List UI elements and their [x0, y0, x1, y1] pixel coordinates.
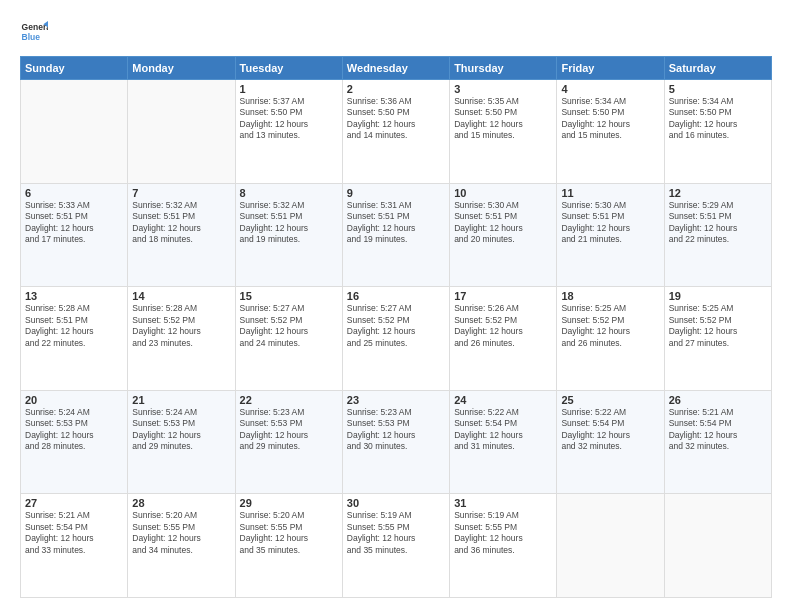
day-number: 8 [240, 187, 338, 199]
calendar-cell: 11Sunrise: 5:30 AMSunset: 5:51 PMDayligh… [557, 183, 664, 287]
calendar-cell: 13Sunrise: 5:28 AMSunset: 5:51 PMDayligh… [21, 287, 128, 391]
calendar-cell: 19Sunrise: 5:25 AMSunset: 5:52 PMDayligh… [664, 287, 771, 391]
calendar-day-header: Saturday [664, 57, 771, 80]
day-info: Sunrise: 5:22 AMSunset: 5:54 PMDaylight:… [454, 407, 552, 453]
calendar-week-row: 1Sunrise: 5:37 AMSunset: 5:50 PMDaylight… [21, 80, 772, 184]
day-number: 22 [240, 394, 338, 406]
day-info: Sunrise: 5:33 AMSunset: 5:51 PMDaylight:… [25, 200, 123, 246]
day-number: 7 [132, 187, 230, 199]
day-number: 13 [25, 290, 123, 302]
day-info: Sunrise: 5:23 AMSunset: 5:53 PMDaylight:… [347, 407, 445, 453]
calendar-cell: 28Sunrise: 5:20 AMSunset: 5:55 PMDayligh… [128, 494, 235, 598]
day-info: Sunrise: 5:32 AMSunset: 5:51 PMDaylight:… [240, 200, 338, 246]
day-info: Sunrise: 5:30 AMSunset: 5:51 PMDaylight:… [561, 200, 659, 246]
calendar-cell: 23Sunrise: 5:23 AMSunset: 5:53 PMDayligh… [342, 390, 449, 494]
day-info: Sunrise: 5:27 AMSunset: 5:52 PMDaylight:… [347, 303, 445, 349]
day-number: 3 [454, 83, 552, 95]
calendar-cell [21, 80, 128, 184]
calendar-cell: 31Sunrise: 5:19 AMSunset: 5:55 PMDayligh… [450, 494, 557, 598]
day-info: Sunrise: 5:37 AMSunset: 5:50 PMDaylight:… [240, 96, 338, 142]
calendar-cell: 27Sunrise: 5:21 AMSunset: 5:54 PMDayligh… [21, 494, 128, 598]
calendar-cell: 21Sunrise: 5:24 AMSunset: 5:53 PMDayligh… [128, 390, 235, 494]
header: General Blue [20, 18, 772, 46]
page: General Blue SundayMondayTuesdayWednesda… [0, 0, 792, 612]
calendar-cell: 9Sunrise: 5:31 AMSunset: 5:51 PMDaylight… [342, 183, 449, 287]
day-number: 23 [347, 394, 445, 406]
day-number: 26 [669, 394, 767, 406]
calendar-table: SundayMondayTuesdayWednesdayThursdayFrid… [20, 56, 772, 598]
logo-icon: General Blue [20, 18, 48, 46]
calendar-cell: 2Sunrise: 5:36 AMSunset: 5:50 PMDaylight… [342, 80, 449, 184]
day-info: Sunrise: 5:29 AMSunset: 5:51 PMDaylight:… [669, 200, 767, 246]
day-info: Sunrise: 5:22 AMSunset: 5:54 PMDaylight:… [561, 407, 659, 453]
calendar-week-row: 20Sunrise: 5:24 AMSunset: 5:53 PMDayligh… [21, 390, 772, 494]
calendar-cell: 17Sunrise: 5:26 AMSunset: 5:52 PMDayligh… [450, 287, 557, 391]
day-info: Sunrise: 5:35 AMSunset: 5:50 PMDaylight:… [454, 96, 552, 142]
day-number: 31 [454, 497, 552, 509]
day-number: 4 [561, 83, 659, 95]
day-number: 29 [240, 497, 338, 509]
day-number: 16 [347, 290, 445, 302]
day-number: 20 [25, 394, 123, 406]
day-number: 1 [240, 83, 338, 95]
day-number: 9 [347, 187, 445, 199]
calendar-day-header: Sunday [21, 57, 128, 80]
calendar-cell: 20Sunrise: 5:24 AMSunset: 5:53 PMDayligh… [21, 390, 128, 494]
day-number: 30 [347, 497, 445, 509]
calendar-cell: 5Sunrise: 5:34 AMSunset: 5:50 PMDaylight… [664, 80, 771, 184]
day-info: Sunrise: 5:20 AMSunset: 5:55 PMDaylight:… [132, 510, 230, 556]
calendar-cell [664, 494, 771, 598]
day-number: 24 [454, 394, 552, 406]
day-info: Sunrise: 5:19 AMSunset: 5:55 PMDaylight:… [454, 510, 552, 556]
day-number: 2 [347, 83, 445, 95]
day-number: 28 [132, 497, 230, 509]
logo: General Blue [20, 18, 48, 46]
calendar-cell: 4Sunrise: 5:34 AMSunset: 5:50 PMDaylight… [557, 80, 664, 184]
day-info: Sunrise: 5:25 AMSunset: 5:52 PMDaylight:… [669, 303, 767, 349]
day-number: 25 [561, 394, 659, 406]
day-info: Sunrise: 5:25 AMSunset: 5:52 PMDaylight:… [561, 303, 659, 349]
day-info: Sunrise: 5:30 AMSunset: 5:51 PMDaylight:… [454, 200, 552, 246]
day-info: Sunrise: 5:34 AMSunset: 5:50 PMDaylight:… [561, 96, 659, 142]
day-info: Sunrise: 5:21 AMSunset: 5:54 PMDaylight:… [669, 407, 767, 453]
day-number: 17 [454, 290, 552, 302]
calendar-cell: 25Sunrise: 5:22 AMSunset: 5:54 PMDayligh… [557, 390, 664, 494]
calendar-header-row: SundayMondayTuesdayWednesdayThursdayFrid… [21, 57, 772, 80]
day-info: Sunrise: 5:26 AMSunset: 5:52 PMDaylight:… [454, 303, 552, 349]
calendar-day-header: Monday [128, 57, 235, 80]
day-number: 18 [561, 290, 659, 302]
calendar-cell: 24Sunrise: 5:22 AMSunset: 5:54 PMDayligh… [450, 390, 557, 494]
day-info: Sunrise: 5:23 AMSunset: 5:53 PMDaylight:… [240, 407, 338, 453]
calendar-day-header: Wednesday [342, 57, 449, 80]
day-number: 12 [669, 187, 767, 199]
day-info: Sunrise: 5:27 AMSunset: 5:52 PMDaylight:… [240, 303, 338, 349]
calendar-cell: 7Sunrise: 5:32 AMSunset: 5:51 PMDaylight… [128, 183, 235, 287]
calendar-cell: 14Sunrise: 5:28 AMSunset: 5:52 PMDayligh… [128, 287, 235, 391]
calendar-cell: 10Sunrise: 5:30 AMSunset: 5:51 PMDayligh… [450, 183, 557, 287]
day-info: Sunrise: 5:28 AMSunset: 5:52 PMDaylight:… [132, 303, 230, 349]
calendar-week-row: 6Sunrise: 5:33 AMSunset: 5:51 PMDaylight… [21, 183, 772, 287]
calendar-cell: 8Sunrise: 5:32 AMSunset: 5:51 PMDaylight… [235, 183, 342, 287]
calendar-cell [557, 494, 664, 598]
calendar-cell: 18Sunrise: 5:25 AMSunset: 5:52 PMDayligh… [557, 287, 664, 391]
calendar-cell: 3Sunrise: 5:35 AMSunset: 5:50 PMDaylight… [450, 80, 557, 184]
day-info: Sunrise: 5:24 AMSunset: 5:53 PMDaylight:… [132, 407, 230, 453]
calendar-cell: 15Sunrise: 5:27 AMSunset: 5:52 PMDayligh… [235, 287, 342, 391]
day-number: 15 [240, 290, 338, 302]
calendar-cell: 22Sunrise: 5:23 AMSunset: 5:53 PMDayligh… [235, 390, 342, 494]
calendar-week-row: 13Sunrise: 5:28 AMSunset: 5:51 PMDayligh… [21, 287, 772, 391]
day-number: 27 [25, 497, 123, 509]
calendar-cell: 6Sunrise: 5:33 AMSunset: 5:51 PMDaylight… [21, 183, 128, 287]
day-number: 5 [669, 83, 767, 95]
calendar-cell: 1Sunrise: 5:37 AMSunset: 5:50 PMDaylight… [235, 80, 342, 184]
calendar-week-row: 27Sunrise: 5:21 AMSunset: 5:54 PMDayligh… [21, 494, 772, 598]
calendar-day-header: Tuesday [235, 57, 342, 80]
day-info: Sunrise: 5:31 AMSunset: 5:51 PMDaylight:… [347, 200, 445, 246]
day-info: Sunrise: 5:34 AMSunset: 5:50 PMDaylight:… [669, 96, 767, 142]
svg-text:Blue: Blue [22, 32, 41, 42]
calendar-day-header: Friday [557, 57, 664, 80]
calendar-cell [128, 80, 235, 184]
calendar-cell: 29Sunrise: 5:20 AMSunset: 5:55 PMDayligh… [235, 494, 342, 598]
day-info: Sunrise: 5:24 AMSunset: 5:53 PMDaylight:… [25, 407, 123, 453]
day-info: Sunrise: 5:36 AMSunset: 5:50 PMDaylight:… [347, 96, 445, 142]
